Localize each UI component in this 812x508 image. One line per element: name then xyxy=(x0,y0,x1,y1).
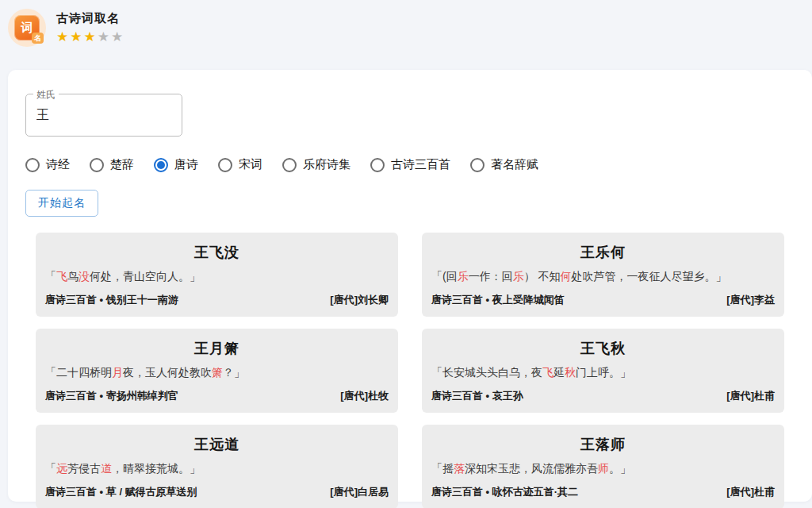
result-source: 唐诗三百首 • 寄扬州韩绰判官 xyxy=(45,389,178,403)
start-naming-button[interactable]: 开始起名 xyxy=(25,190,98,217)
surname-field: 姓氏 xyxy=(25,94,182,137)
radio-icon[interactable] xyxy=(218,158,232,172)
source-radio-option[interactable]: 楚辞 xyxy=(90,157,134,172)
source-radio-label: 古诗三百首 xyxy=(391,157,450,172)
result-author: [唐代]李益 xyxy=(726,293,775,307)
result-name: 王落师 xyxy=(431,435,775,454)
result-quote: 「二十四桥明月夜，玉人何处教吹箫？」 xyxy=(45,366,389,380)
result-source: 唐诗三百首 • 咏怀古迹五首·其二 xyxy=(431,485,578,499)
result-author: [唐代]刘长卿 xyxy=(330,293,389,307)
result-author: [唐代]白居易 xyxy=(330,485,389,499)
result-name: 王飞秋 xyxy=(431,339,775,358)
result-source-row: 唐诗三百首 • 夜上受降城闻笛 [唐代]李益 xyxy=(431,293,775,307)
surname-label: 姓氏 xyxy=(33,88,59,102)
star-icon[interactable]: ★ xyxy=(84,29,98,44)
source-radio-label: 唐诗 xyxy=(174,157,198,172)
result-author: [唐代]杜牧 xyxy=(340,389,389,403)
radio-icon[interactable] xyxy=(154,158,168,172)
radio-icon[interactable] xyxy=(370,158,385,172)
logo-badge-char: 名 xyxy=(32,33,44,44)
result-source-row: 唐诗三百首 • 草 / 赋得古原草送别 [唐代]白居易 xyxy=(45,485,389,499)
result-card: 王落师 「摇落深知宋玉悲，风流儒雅亦吾师。」 唐诗三百首 • 咏怀古迹五首·其二… xyxy=(422,425,784,508)
source-radio-option[interactable]: 古诗三百首 xyxy=(370,157,450,172)
result-source-row: 唐诗三百首 • 饯别王十一南游 [唐代]刘长卿 xyxy=(45,293,389,307)
result-card: 王飞没 「飞鸟没何处，青山空向人。」 唐诗三百首 • 饯别王十一南游 [唐代]刘… xyxy=(36,233,398,317)
star-icon[interactable]: ★ xyxy=(70,29,83,44)
radio-icon[interactable] xyxy=(90,158,104,172)
radio-icon[interactable] xyxy=(282,158,297,172)
result-source: 唐诗三百首 • 夜上受降城闻笛 xyxy=(431,293,565,307)
result-author: [唐代]杜甫 xyxy=(726,389,775,403)
result-card: 王乐何 「(回乐一作：回乐） 不知何处吹芦管，一夜征人尽望乡。」 唐诗三百首 •… xyxy=(422,233,784,317)
result-quote: 「(回乐一作：回乐） 不知何处吹芦管，一夜征人尽望乡。」 xyxy=(431,270,775,284)
result-quote: 「飞鸟没何处，青山空向人。」 xyxy=(45,270,389,284)
star-icon[interactable]: ★ xyxy=(98,29,111,44)
result-name: 王飞没 xyxy=(45,243,389,262)
page-title: 古诗词取名 xyxy=(56,11,124,26)
result-quote: 「长安城头头白乌，夜飞延秋门上呼。」 xyxy=(431,366,775,380)
source-radio-label: 宋词 xyxy=(239,157,262,172)
result-quote: 「摇落深知宋玉悲，风流儒雅亦吾师。」 xyxy=(431,462,775,476)
source-radio-option[interactable]: 乐府诗集 xyxy=(282,157,350,172)
radio-icon[interactable] xyxy=(25,158,40,172)
result-source-row: 唐诗三百首 • 哀王孙 [唐代]杜甫 xyxy=(431,389,775,403)
result-source: 唐诗三百首 • 哀王孙 xyxy=(431,389,523,403)
result-source: 唐诗三百首 • 草 / 赋得古原草送别 xyxy=(45,485,197,499)
app-header: 词 名 古诗词取名 ★★★★★ xyxy=(8,9,124,47)
source-radio-label: 楚辞 xyxy=(110,157,134,172)
app-logo: 词 名 xyxy=(8,9,46,47)
star-icon[interactable]: ★ xyxy=(111,29,124,44)
results-grid: 王飞没 「飞鸟没何处，青山空向人。」 唐诗三百首 • 饯别王十一南游 [唐代]刘… xyxy=(36,233,784,508)
result-name: 王远道 xyxy=(45,435,389,454)
star-icon[interactable]: ★ xyxy=(56,29,70,44)
source-radio-label: 著名辞赋 xyxy=(491,157,538,172)
header-text: 古诗词取名 ★★★★★ xyxy=(56,9,124,44)
source-radio-label: 诗经 xyxy=(46,157,70,172)
radio-icon[interactable] xyxy=(470,158,485,172)
result-card: 王远道 「远芳侵古道，晴翠接荒城。」 唐诗三百首 • 草 / 赋得古原草送别 [… xyxy=(36,425,398,508)
result-card: 王飞秋 「长安城头头白乌，夜飞延秋门上呼。」 唐诗三百首 • 哀王孙 [唐代]杜… xyxy=(422,329,784,413)
result-card: 王月箫 「二十四桥明月夜，玉人何处教吹箫？」 唐诗三百首 • 寄扬州韩绰判官 [… xyxy=(36,329,398,413)
source-radio-label: 乐府诗集 xyxy=(303,157,350,172)
source-radio-option[interactable]: 诗经 xyxy=(25,157,70,172)
result-source-row: 唐诗三百首 • 寄扬州韩绰判官 [唐代]杜牧 xyxy=(45,389,389,403)
main-panel: 姓氏 诗经 楚辞 唐诗 宋词 乐府诗集 古诗三百首 著名辞赋 开始起名 王飞没 … xyxy=(8,70,812,502)
source-radio-group: 诗经 楚辞 唐诗 宋词 乐府诗集 古诗三百首 著名辞赋 xyxy=(25,157,812,172)
result-quote: 「远芳侵古道，晴翠接荒城。」 xyxy=(45,462,389,476)
source-radio-option[interactable]: 著名辞赋 xyxy=(470,157,538,172)
logo-main-char: 词 xyxy=(21,21,33,36)
result-name: 王乐何 xyxy=(431,243,775,262)
page: 词 名 古诗词取名 ★★★★★ 姓氏 诗经 楚辞 唐诗 宋词 乐府诗集 xyxy=(0,0,812,508)
app-logo-icon: 词 名 xyxy=(14,15,40,40)
source-radio-option[interactable]: 宋词 xyxy=(218,157,262,172)
result-source-row: 唐诗三百首 • 咏怀古迹五首·其二 [唐代]杜甫 xyxy=(431,485,775,499)
source-radio-option[interactable]: 唐诗 xyxy=(154,157,198,172)
rating-stars[interactable]: ★★★★★ xyxy=(56,30,124,44)
result-author: [唐代]杜甫 xyxy=(726,485,775,499)
result-source: 唐诗三百首 • 饯别王十一南游 xyxy=(45,293,178,307)
result-name: 王月箫 xyxy=(45,339,389,358)
